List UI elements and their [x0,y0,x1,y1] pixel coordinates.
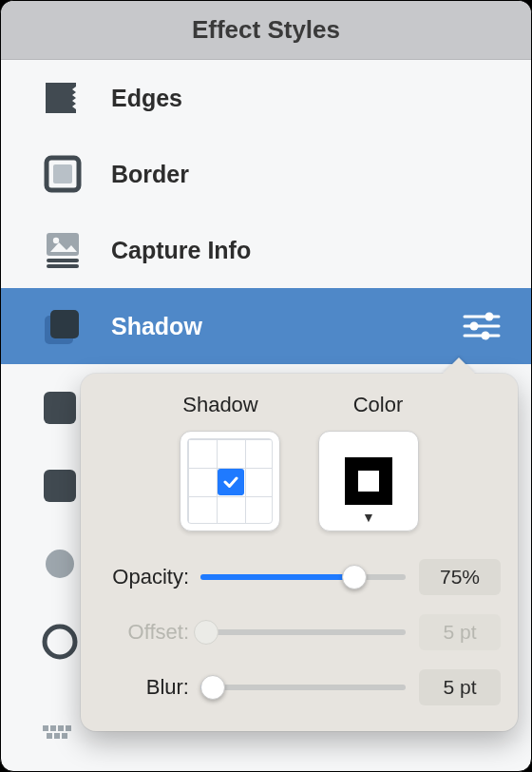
blur-value[interactable]: 5 pt [419,669,501,705]
blur-slider[interactable] [200,685,406,690]
shadow-position-picker[interactable] [180,431,280,531]
svg-rect-7 [50,310,79,338]
position-center-selected [218,469,244,495]
offset-label: Offset: [94,620,200,645]
svg-rect-19 [50,725,56,731]
obscured-list-items [39,387,86,746]
shadow-color-picker[interactable]: ▼ [318,431,419,531]
blur-label: Blur: [94,675,200,700]
blur-row: Blur: 5 pt [94,668,501,706]
list-item-label: Border [111,161,189,188]
svg-rect-14 [44,392,76,424]
slider-thumb[interactable] [200,675,225,700]
list-item-edges[interactable]: Edges [1,60,531,136]
effect-list: Edges Border Ca [1,60,531,364]
edges-icon [41,77,85,119]
panel-title: Effect Styles [1,1,531,60]
capture-info-icon [41,229,85,271]
offset-slider [200,629,406,635]
svg-point-11 [485,313,494,321]
shadow-settings-button[interactable] [459,303,504,349]
list-item-border[interactable]: Border [1,136,531,212]
border-icon [41,153,85,195]
shadow-color-heading: Color [326,393,430,417]
svg-rect-18 [43,725,48,731]
offset-value: 5 pt [419,614,501,650]
svg-point-3 [53,238,59,243]
checkmark-icon [222,473,239,491]
shadow-icon [41,304,85,348]
opacity-value[interactable]: 75% [419,559,501,595]
svg-rect-2 [47,233,79,256]
slider-thumb[interactable] [342,565,367,589]
color-swatch-icon [339,452,398,511]
svg-rect-4 [47,259,79,262]
list-item-label: Shadow [111,313,202,340]
opacity-row: Opacity: 75% [94,558,501,596]
svg-rect-23 [54,733,60,739]
slider-thumb [194,620,218,645]
svg-rect-24 [62,733,67,739]
opacity-label: Opacity: [94,565,200,589]
svg-rect-26 [358,471,379,492]
svg-point-17 [45,627,75,657]
svg-point-16 [46,550,74,578]
svg-rect-1 [53,164,72,183]
svg-rect-15 [44,470,76,502]
shadow-position-heading: Shadow [168,393,273,417]
svg-rect-20 [58,725,64,731]
list-item-shadow[interactable]: Shadow [1,288,531,364]
svg-point-12 [470,322,479,331]
svg-rect-5 [47,264,79,268]
svg-rect-22 [47,733,52,739]
list-item-capture-info[interactable]: Capture Info [1,212,531,288]
list-item-label: Capture Info [111,237,251,264]
position-grid [187,438,273,524]
list-item-label: Edges [111,85,182,112]
svg-rect-21 [66,725,71,731]
effect-styles-panel: Effect Styles Edges Border [0,0,532,772]
svg-point-13 [482,332,490,340]
opacity-slider[interactable] [200,574,406,580]
chevron-down-icon: ▼ [319,510,418,525]
sliders-icon [463,311,501,341]
offset-row: Offset: 5 pt [94,613,501,651]
shadow-options-popover: Shadow Color ▼ [81,374,518,731]
